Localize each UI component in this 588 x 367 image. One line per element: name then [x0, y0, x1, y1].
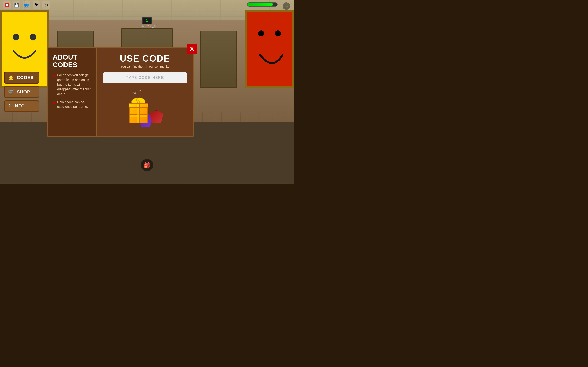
- sparkle-1: ✦: [131, 90, 138, 97]
- modal-right-panel: USE CODE You can find them in our commun…: [97, 48, 193, 136]
- gift-box: [129, 97, 148, 123]
- sparkle-2: ✦: [139, 89, 142, 93]
- svg-point-4: [137, 100, 140, 103]
- gifts-illustration: ✦ ✦: [121, 86, 169, 127]
- modal-left-panel: ABOUTCODES ◆ For codes you can get game …: [48, 48, 97, 136]
- modal-title: USE CODE: [120, 53, 170, 64]
- bullet-2: ◆: [53, 100, 56, 105]
- modal-info-item-2: ◆ Coin codes can be used once per game.: [53, 100, 91, 109]
- gift-ribbon-v: [137, 108, 140, 123]
- modal-info-item-1: ◆ For codes you can get game items and c…: [53, 73, 91, 96]
- gift-bow: [130, 97, 147, 103]
- gift-body: [129, 108, 148, 123]
- codes-modal: X ABOUTCODES ◆ For codes you can get gam…: [47, 47, 194, 137]
- code-input-field[interactable]: [103, 72, 187, 83]
- modal-subtitle: You can find them in our community: [121, 65, 169, 68]
- close-button[interactable]: X: [187, 44, 197, 54]
- modal-text-1: For codes you can get game items and coi…: [57, 73, 91, 96]
- modal-text-2: Coin codes can be used once per game.: [57, 100, 91, 109]
- gem-red: [150, 110, 163, 123]
- gift-ribbon-lid: [137, 104, 140, 107]
- gift-lid: [129, 103, 148, 108]
- close-label: X: [190, 46, 194, 52]
- modal-left-title: ABOUTCODES: [53, 53, 91, 69]
- bullet-1: ◆: [53, 73, 56, 78]
- modal-overlay: X ABOUTCODES ◆ For codes you can get gam…: [0, 0, 294, 184]
